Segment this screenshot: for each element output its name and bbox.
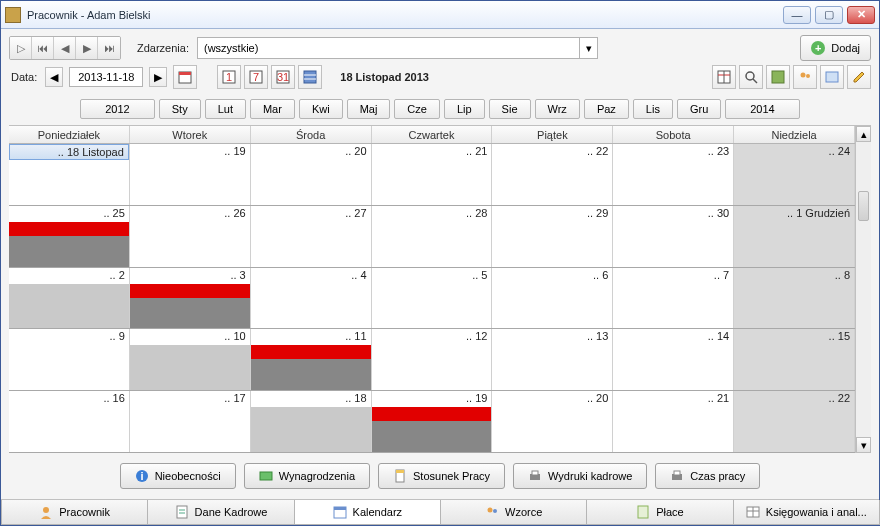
- day-cell[interactable]: .. 21: [372, 144, 493, 205]
- salary-button[interactable]: Wynagrodzenia: [244, 463, 370, 489]
- day-cell[interactable]: .. 19: [372, 391, 493, 452]
- day-cell[interactable]: .. 2: [9, 268, 130, 329]
- day-cell[interactable]: .. 27: [251, 206, 372, 267]
- tab-hr-data[interactable]: Dane Kadrowe: [147, 500, 294, 525]
- day-cell[interactable]: .. 18 Listopad: [9, 144, 130, 205]
- day-cell[interactable]: .. 13: [492, 329, 613, 390]
- scroll-down-icon[interactable]: ▾: [856, 437, 871, 453]
- day-cell[interactable]: .. 19: [130, 144, 251, 205]
- day-cell[interactable]: .. 16: [9, 391, 130, 452]
- day-cell[interactable]: .. 20: [492, 391, 613, 452]
- absence-button[interactable]: iNieobecności: [120, 463, 236, 489]
- add-button[interactable]: + Dodaj: [800, 35, 871, 61]
- month-Maj[interactable]: Maj: [347, 99, 391, 119]
- day-cell[interactable]: .. 9: [9, 329, 130, 390]
- scrollbar[interactable]: ▴ ▾: [855, 126, 871, 453]
- month-Paz[interactable]: Paz: [584, 99, 629, 119]
- edit-icon[interactable]: [847, 65, 871, 89]
- tab-employee[interactable]: Pracownik: [1, 500, 148, 525]
- day-cell[interactable]: .. 24: [734, 144, 855, 205]
- month-Lip[interactable]: Lip: [444, 99, 485, 119]
- tool-users-icon[interactable]: [793, 65, 817, 89]
- month-Cze[interactable]: Cze: [394, 99, 440, 119]
- day-cell[interactable]: .. 1 Grudzień: [734, 206, 855, 267]
- svg-text:1: 1: [226, 71, 232, 83]
- day-cell[interactable]: .. 14: [613, 329, 734, 390]
- maximize-button[interactable]: ▢: [815, 6, 843, 24]
- scroll-thumb[interactable]: [858, 191, 869, 221]
- employment-button[interactable]: Stosunek Pracy: [378, 463, 505, 489]
- nav-first-icon[interactable]: ⏮: [32, 37, 54, 59]
- view-31-icon[interactable]: 31: [271, 65, 295, 89]
- day-cell[interactable]: .. 20: [251, 144, 372, 205]
- tab-calendar[interactable]: Kalendarz: [294, 500, 441, 525]
- day-cell[interactable]: .. 25: [9, 206, 130, 267]
- event-gray[interactable]: [9, 236, 129, 267]
- day-cell[interactable]: .. 23: [613, 144, 734, 205]
- event-red[interactable]: [372, 407, 492, 421]
- nav-next-icon[interactable]: ▶: [76, 37, 98, 59]
- close-button[interactable]: ✕: [847, 6, 875, 24]
- date-next-icon[interactable]: ▶: [149, 67, 167, 87]
- day-cell[interactable]: .. 26: [130, 206, 251, 267]
- nav-prev-icon[interactable]: ◀: [54, 37, 76, 59]
- day-cell[interactable]: .. 30: [613, 206, 734, 267]
- day-cell[interactable]: .. 22: [492, 144, 613, 205]
- event-gray[interactable]: [372, 421, 492, 452]
- date-input[interactable]: [69, 67, 143, 87]
- month-Lut[interactable]: Lut: [205, 99, 246, 119]
- day-cell[interactable]: .. 7: [613, 268, 734, 329]
- nav-last-icon[interactable]: ⏭: [98, 37, 120, 59]
- day-cell[interactable]: .. 8: [734, 268, 855, 329]
- month-Gru[interactable]: Gru: [677, 99, 721, 119]
- month-Lis[interactable]: Lis: [633, 99, 673, 119]
- day-cell[interactable]: .. 28: [372, 206, 493, 267]
- day-cell[interactable]: .. 18: [251, 391, 372, 452]
- tab-accounting[interactable]: Księgowania i anal...: [733, 500, 880, 525]
- day-cell[interactable]: .. 17: [130, 391, 251, 452]
- month-Wrz[interactable]: Wrz: [535, 99, 580, 119]
- view-grid-icon[interactable]: [298, 65, 322, 89]
- day-cell[interactable]: .. 11: [251, 329, 372, 390]
- event-light[interactable]: [9, 284, 129, 329]
- month-Sty[interactable]: Sty: [159, 99, 201, 119]
- minimize-button[interactable]: —: [783, 6, 811, 24]
- next-year-button[interactable]: 2014: [725, 99, 799, 119]
- day-cell[interactable]: .. 15: [734, 329, 855, 390]
- month-Kwi[interactable]: Kwi: [299, 99, 343, 119]
- events-select[interactable]: (wszystkie) ▾: [197, 37, 598, 59]
- day-cell[interactable]: .. 21: [613, 391, 734, 452]
- day-cell[interactable]: .. 6: [492, 268, 613, 329]
- tool-filter-icon[interactable]: [766, 65, 790, 89]
- day-cell[interactable]: .. 5: [372, 268, 493, 329]
- prev-year-button[interactable]: 2012: [80, 99, 154, 119]
- event-gray[interactable]: [251, 359, 371, 390]
- day-cell[interactable]: .. 10: [130, 329, 251, 390]
- event-red[interactable]: [130, 284, 250, 298]
- tool-table-icon[interactable]: [712, 65, 736, 89]
- date-prev-icon[interactable]: ◀: [45, 67, 63, 87]
- scroll-up-icon[interactable]: ▴: [856, 126, 871, 142]
- view-1-icon[interactable]: 1: [217, 65, 241, 89]
- nav-play-icon[interactable]: ▷: [10, 37, 32, 59]
- day-cell[interactable]: .. 3: [130, 268, 251, 329]
- day-cell[interactable]: .. 12: [372, 329, 493, 390]
- calendar-icon[interactable]: [173, 65, 197, 89]
- search-icon[interactable]: [739, 65, 763, 89]
- event-light[interactable]: [130, 345, 250, 390]
- event-light[interactable]: [251, 407, 371, 452]
- month-Mar[interactable]: Mar: [250, 99, 295, 119]
- tool-view-icon[interactable]: [820, 65, 844, 89]
- event-red[interactable]: [9, 222, 129, 236]
- day-cell[interactable]: .. 29: [492, 206, 613, 267]
- event-red[interactable]: [251, 345, 371, 359]
- view-7-icon[interactable]: 7: [244, 65, 268, 89]
- print-button[interactable]: Wydruki kadrowe: [513, 463, 647, 489]
- day-cell[interactable]: .. 4: [251, 268, 372, 329]
- day-cell[interactable]: .. 22: [734, 391, 855, 452]
- event-gray[interactable]: [130, 298, 250, 329]
- worktime-button[interactable]: Czas pracy: [655, 463, 760, 489]
- month-Sie[interactable]: Sie: [489, 99, 531, 119]
- tab-payroll[interactable]: Płace: [586, 500, 733, 525]
- tab-templates[interactable]: Wzorce: [440, 500, 587, 525]
